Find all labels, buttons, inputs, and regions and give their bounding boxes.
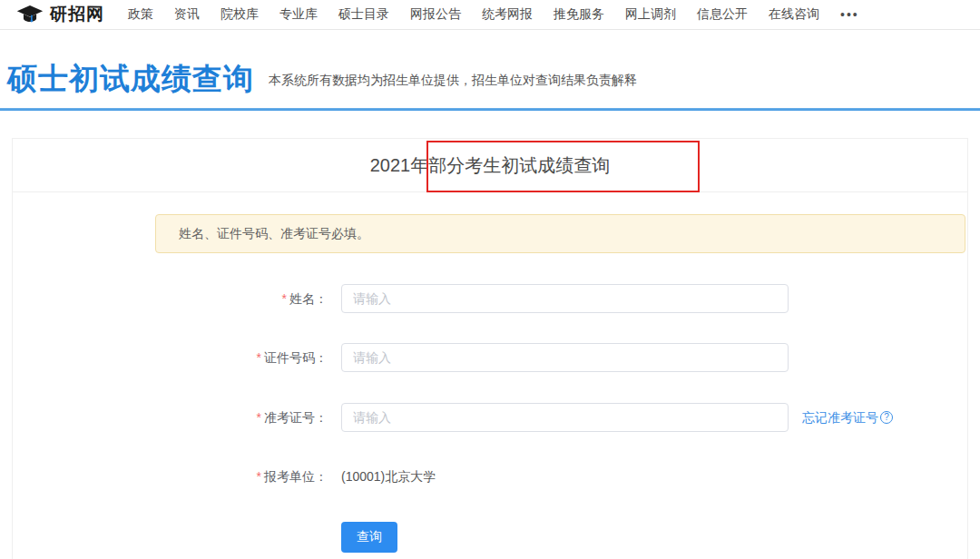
nav-more-button[interactable]: ••• xyxy=(840,7,859,22)
required-asterisk: * xyxy=(257,469,261,484)
name-label-text: 姓名： xyxy=(289,291,328,306)
score-query-card: 2021年部分考生初试成绩查询 姓名、证件号码、准考证号必填。 *姓名： *证件… xyxy=(12,138,968,559)
site-logo[interactable]: 研招网 xyxy=(16,3,104,26)
nav-item-news[interactable]: 资讯 xyxy=(174,6,200,23)
nav-item-major-library[interactable]: 专业库 xyxy=(279,6,318,23)
target-unit-label: *报考单位： xyxy=(13,462,328,491)
nav-item-online-report-notice[interactable]: 网报公告 xyxy=(410,6,461,23)
id-number-input[interactable] xyxy=(341,343,789,372)
name-input[interactable] xyxy=(341,284,789,313)
nav-item-exempt-service[interactable]: 推免服务 xyxy=(554,6,604,23)
page-header: 硕士初试成绩查询 本系统所有数据均为招生单位提供，招生单位对查询结果负责解释 xyxy=(0,30,980,108)
id-number-label-text: 证件号码： xyxy=(264,350,328,365)
ticket-number-label: *准考证号： xyxy=(13,403,328,432)
ticket-number-label-text: 准考证号： xyxy=(264,410,328,425)
top-navbar: 研招网 政策 资讯 院校库 专业库 硕士目录 网报公告 统考网报 推免服务 网上… xyxy=(0,0,980,30)
card-header: 2021年部分考生初试成绩查询 xyxy=(13,139,967,192)
forgot-ticket-link-text: 忘记准考证号 xyxy=(802,403,878,432)
required-fields-notice: 姓名、证件号码、准考证号必填。 xyxy=(155,214,965,253)
logo-text: 研招网 xyxy=(50,3,104,26)
nav-item-college-library[interactable]: 院校库 xyxy=(220,6,259,23)
nav-item-policy[interactable]: 政策 xyxy=(128,6,153,23)
form-row-id-number: *证件号码： xyxy=(13,343,967,372)
forgot-ticket-link[interactable]: 忘记准考证号? xyxy=(802,403,893,432)
page-title: 硕士初试成绩查询 xyxy=(7,64,254,93)
form-row-submit: 查询 xyxy=(13,522,967,551)
form-row-target-unit: *报考单位： (10001)北京大学 xyxy=(13,462,967,491)
nav-item-master-catalog[interactable]: 硕士目录 xyxy=(338,6,389,23)
ticket-number-input[interactable] xyxy=(341,403,789,432)
card-title: 2021年部分考生初试成绩查询 xyxy=(370,153,611,178)
nav-links: 政策 资讯 院校库 专业库 硕士目录 网报公告 统考网报 推免服务 网上调剂 信… xyxy=(128,6,880,23)
required-asterisk: * xyxy=(282,291,287,306)
target-unit-value: (10001)北京大学 xyxy=(341,462,436,491)
required-asterisk: * xyxy=(257,410,261,425)
blue-divider xyxy=(0,108,980,111)
nav-item-online-adjustment[interactable]: 网上调剂 xyxy=(625,6,676,23)
graduation-cap-icon xyxy=(16,5,44,25)
page: 研招网 政策 资讯 院校库 专业库 硕士目录 网报公告 统考网报 推免服务 网上… xyxy=(0,0,980,559)
nav-item-unified-exam-report[interactable]: 统考网报 xyxy=(482,6,533,23)
target-unit-label-text: 报考单位： xyxy=(264,469,328,484)
form-row-ticket-number: *准考证号： 忘记准考证号? xyxy=(13,403,967,432)
nav-item-info-disclosure[interactable]: 信息公开 xyxy=(697,6,748,23)
page-subtitle: 本系统所有数据均为招生单位提供，招生单位对查询结果负责解释 xyxy=(269,73,637,93)
nav-item-online-consult[interactable]: 在线咨询 xyxy=(769,6,819,23)
required-asterisk: * xyxy=(257,350,261,365)
help-question-icon: ? xyxy=(880,411,893,424)
form-row-name: *姓名： xyxy=(13,284,967,313)
name-label: *姓名： xyxy=(13,284,328,313)
query-submit-button[interactable]: 查询 xyxy=(341,522,397,553)
id-number-label: *证件号码： xyxy=(13,343,328,372)
